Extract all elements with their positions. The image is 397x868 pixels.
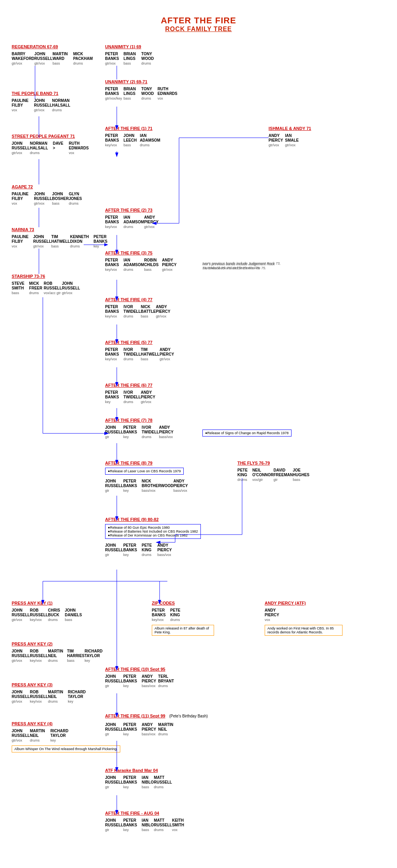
band-pak4: PRESS ANY KEY (4) JOHN MARTIN RICHARD RU… (12, 721, 120, 752)
signs-of-change-note: ●Release of Signs of Change on Rapid Rec… (202, 430, 292, 437)
band-agape: AGAPE 72 PAULINE JOHN JOHN GLYN FILBY RU… (12, 184, 82, 205)
band-atf10: AFTER THE FIRE (10) Sept 95 JOHN PETER A… (105, 667, 174, 688)
zip-codes-note: Album released in 87 after death of Pete… (152, 625, 214, 636)
band-atf5-title[interactable]: AFTER THE FIRE (5) 77 (105, 340, 174, 345)
band-pak3: PRESS ANY KEY (3) JOHN ROB MARTIN RICHAR… (12, 682, 86, 703)
band-atf11-title[interactable]: AFTER THE FIRE (11) Sept 99 (105, 714, 165, 718)
band-street-people-title[interactable]: STREET PEOPLE PAGEANT 71 (12, 134, 89, 139)
page: AFTER THE FIRE ROCK FAMILY TREE REGENERA… (0, 0, 397, 868)
band-pak3-title[interactable]: PRESS ANY KEY (3) (12, 682, 86, 687)
band-starship-title[interactable]: STARSHIP 73-76 (12, 274, 80, 279)
band-narnia: NARNIA 73 PAULINE JOHN TIM KENNETH PETER… (12, 227, 107, 248)
member-name: MARTIN (53, 52, 68, 56)
band-andy-piercy-title[interactable]: ANDY PIERCY (ATF) (265, 601, 343, 605)
ivor-note-text: Ivor's previous bands include Judgement … (202, 261, 284, 270)
band-pak2: PRESS ANY KEY (2) JOHN ROB MARTIN TIM RI… (12, 642, 102, 663)
band-atf2-title[interactable]: AFTER THE FIRE (2) 73 (105, 208, 158, 212)
member-role: gtr/vox (34, 61, 45, 65)
band-atf9-title[interactable]: AFTER THE FIRE (9) 80-82 (105, 517, 201, 522)
andy-piercy-note: Andy worked on First Heat with CBS. In 8… (265, 625, 343, 636)
band-pak1-title[interactable]: PRESS ANY KEY (1) (12, 601, 82, 605)
band-atf11: AFTER THE FIRE (11) Sept 99 (Pete's Birt… (105, 714, 208, 736)
band-starship: STARSHIP 73-76 STEVE MICK ROB JOHN SMITH… (12, 274, 80, 295)
member-name: BARRY (12, 52, 25, 56)
member-surname: WARD (53, 56, 65, 61)
band-atf5: AFTER THE FIRE (5) 77 PETER IVOR TIM AND… (105, 340, 174, 361)
member-surname: RUSSELL (34, 56, 53, 61)
band-atf6: AFTER THE FIRE (6) 77 PETER IVOR ANDY BA… (105, 383, 155, 404)
member-role: drums (73, 61, 83, 65)
band-the-flys-title[interactable]: THE FLYS 76-79 (237, 461, 309, 465)
band-unanimity1: UNANIMITY (1) 69 PETER BRIAN TONY BANKS … (105, 44, 154, 65)
band-street-people: STREET PEOPLE PAGEANT 71 JOHN NORMAN DAV… (12, 134, 89, 155)
band-atf-aug04: AFTER THE FIRE - AUG 04 JOHN PETER IAN M… (105, 811, 184, 832)
band-ishmale-title[interactable]: ISHMALE & ANDY 71 (269, 126, 311, 131)
laser-love-note: ●Release of Laser Love on CBS Records 19… (105, 468, 184, 475)
band-atf11-subtitle: (Pete's Birthday Bash) (169, 714, 208, 718)
title-line1: AFTER THE FIRE (12, 16, 385, 26)
band-people-band-title[interactable]: THE PEOPLE BAND 71 (12, 91, 70, 96)
band-atf10-title[interactable]: AFTER THE FIRE (10) Sept 95 (105, 667, 174, 672)
band-atf-karaoke-title[interactable]: ATF Karaoke Band Mar 04 (105, 768, 172, 773)
atf9-notes: ●Release of 80 Gun Epic Records 1980 ●Re… (105, 524, 201, 539)
press4-note: Album Whisper On The Wind released throu… (12, 745, 120, 752)
band-atf2: AFTER THE FIRE (2) 73 PETER IAN ANDY BAN… (105, 208, 158, 229)
member-role: gtr/vox (12, 61, 22, 65)
band-atf1: AFTER THE FIRE (1) 71 PETER JOHN IAN BAN… (105, 126, 160, 147)
band-atf1-title[interactable]: AFTER THE FIRE (1) 71 (105, 126, 160, 131)
member-name: MICK (73, 52, 83, 56)
band-unanimity2: UNANIMITY (2) 69-71 PETER BRIAN TONY RUT… (105, 79, 177, 100)
band-pak1: PRESS ANY KEY (1) JOHN ROB CHRIS JOHN RU… (12, 601, 82, 622)
band-atf8-title[interactable]: AFTER THE FIRE (8) 79 (105, 461, 188, 465)
band-atf4: AFTER THE FIRE (4) 77 PETER IVOR NICK AN… (105, 297, 170, 318)
band-agape-title[interactable]: AGAPE 72 (12, 184, 82, 189)
band-ishmale: ISHMALE & ANDY 71 ANDY IAN PIERCY SMALE … (269, 126, 311, 147)
band-regeneration-title[interactable]: REGENERATION 67-69 (12, 44, 93, 49)
member-surname: WAKEFORD (12, 56, 34, 61)
band-zip-codes: ZIP CODES PETER PETE BANKS KING key/vox … (152, 601, 214, 636)
band-atf6-title[interactable]: AFTER THE FIRE (6) 77 (105, 383, 155, 388)
svg-marker-13 (115, 153, 118, 157)
member-name: JOHN (34, 52, 45, 56)
band-atf3-title[interactable]: AFTER THE FIRE (3) 75 (105, 251, 177, 255)
band-atf3: AFTER THE FIRE (3) 75 PETER IAN ROBIN AN… (105, 251, 177, 272)
band-atf8: AFTER THE FIRE (8) 79 ●Release of Laser … (105, 461, 188, 493)
main-title: AFTER THE FIRE ROCK FAMILY TREE (12, 16, 385, 33)
band-people-band: THE PEOPLE BAND 71 PAULINE JOHN NORMAN F… (12, 91, 70, 112)
band-regeneration: REGENERATION 67-69 BARRY JOHN MARTIN MIC… (12, 44, 93, 65)
band-unanimity2-title[interactable]: UNANIMITY (2) 69-71 (105, 79, 177, 84)
band-atf-aug04-title[interactable]: AFTER THE FIRE - AUG 04 (105, 811, 184, 815)
band-narnia-title[interactable]: NARNIA 73 (12, 227, 107, 232)
band-atf4-title[interactable]: AFTER THE FIRE (4) 77 (105, 297, 170, 302)
band-andy-piercy: ANDY PIERCY (ATF) ANDY PIERCY vox Andy w… (265, 601, 343, 636)
band-atf-karaoke: ATF Karaoke Band Mar 04 JOHN PETER IAN M… (105, 768, 172, 789)
title-line2: ROCK FAMILY TREE (12, 26, 385, 33)
band-zip-codes-title[interactable]: ZIP CODES (152, 601, 214, 605)
member-surname: PACKHAM (73, 56, 93, 61)
band-atf9: AFTER THE FIRE (9) 80-82 ●Release of 80 … (105, 517, 201, 557)
band-atf7-title[interactable]: AFTER THE FIRE (7) 78 (105, 418, 174, 423)
band-pak2-title[interactable]: PRESS ANY KEY (2) (12, 642, 102, 646)
band-atf7: AFTER THE FIRE (7) 78 JOHN PETER IVOR AN… (105, 418, 174, 439)
member-role: bass (53, 61, 60, 65)
band-pak4-title[interactable]: PRESS ANY KEY (4) (12, 721, 120, 726)
band-unanimity1-title[interactable]: UNANIMITY (1) 69 (105, 44, 154, 49)
band-the-flys: THE FLYS 76-79 PETE NEIL DAVID JOE KING … (237, 461, 309, 482)
